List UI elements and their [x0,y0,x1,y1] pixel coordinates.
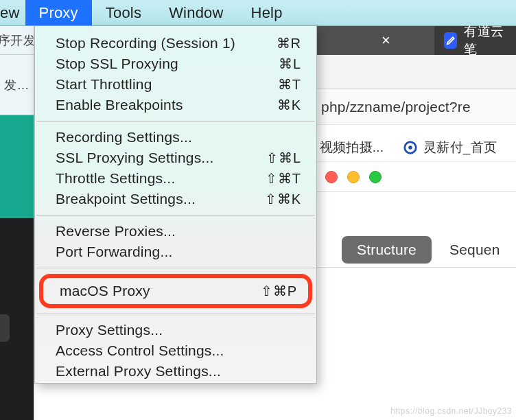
left-teal-block [0,115,34,218]
menu-item-proxy-settings[interactable]: Proxy Settings... [35,320,316,340]
left-sidebar: 序开发 发… [0,26,34,420]
left-mid-label: 发… [0,55,34,115]
bookmark-item[interactable]: 视频拍摄... [320,139,384,156]
menu-group: Recording Settings... SSL Proxying Setti… [35,127,316,209]
menu-item-enable-breakpoints[interactable]: Enable Breakpoints⌘K [35,95,316,115]
structure-bar: Structure Sequen [317,232,516,268]
browser-tab[interactable]: 有道云笔 [434,26,516,55]
menu-window[interactable]: Window [155,0,237,25]
menu-item-macos-proxy[interactable]: macOS Proxy⇧⌘P [43,281,308,301]
menu-item-reverse-proxies[interactable]: Reverse Proxies... [35,221,316,242]
menu-help[interactable]: Help [237,0,296,25]
menu-group: Stop Recording (Session 1)⌘R Stop SSL Pr… [35,26,316,115]
menu-item-throttle-settings[interactable]: Throttle Settings...⇧⌘T [35,168,316,189]
right-area: × 有道云笔 php/zzname/project?re 视频拍摄... 灵薪付… [317,26,516,420]
menu-view-partial[interactable]: ew [0,0,25,25]
menu-item-breakpoint-settings[interactable]: Breakpoint Settings...⇧⌘K [35,189,316,209]
menu-item-stop-ssl-proxying[interactable]: Stop SSL Proxying⌘L [35,54,316,74]
menubar: ew Proxy Tools Window Help [0,0,516,26]
watermark: https://blog.csdn.net/JJboy233 [390,406,512,416]
browser-toolbar [317,55,516,89]
menu-separator [36,121,315,121]
menu-proxy[interactable]: Proxy [25,0,92,25]
left-dark-stub [0,314,10,342]
menu-item-start-throttling[interactable]: Start Throttling⌘T [35,74,316,95]
zoom-window-icon[interactable] [369,171,382,183]
tab-sequence[interactable]: Sequen [449,242,500,258]
svg-point-1 [409,145,413,150]
menu-tools[interactable]: Tools [92,0,155,25]
note-icon [444,32,457,49]
menu-separator [36,268,315,268]
minimize-window-icon[interactable] [347,171,360,183]
menu-separator [36,215,315,215]
left-top-label: 序开发 [0,26,34,55]
bookmark-label: 灵薪付_首页 [423,139,497,156]
menu-item-external-proxy-settings[interactable]: External Proxy Settings... [35,361,316,382]
bookmark-item[interactable]: 灵薪付_首页 [403,139,497,156]
tab-label: 有道云笔 [464,23,506,58]
tab-structure[interactable]: Structure [342,236,432,264]
proxy-menu-dropdown: Stop Recording (Session 1)⌘R Stop SSL Pr… [34,26,317,384]
close-icon[interactable]: × [382,32,390,49]
bookmark-label: 视频拍摄... [320,139,384,156]
annotation-highlight: macOS Proxy⇧⌘P [39,274,312,308]
close-window-icon[interactable] [325,171,338,183]
browser-tab-strip: × 有道云笔 [317,26,516,55]
left-dark-block [0,218,34,420]
menu-item-ssl-proxying-settings[interactable]: SSL Proxying Settings...⇧⌘L [35,148,316,168]
menu-group: Reverse Proxies... Port Forwarding... [35,221,316,262]
menu-separator [36,314,315,314]
bookmarks-bar: 视频拍摄... 灵薪付_首页 [317,133,516,162]
menu-item-stop-recording[interactable]: Stop Recording (Session 1)⌘R [35,33,316,54]
target-icon [403,140,418,155]
address-bar[interactable]: php/zzname/project?re [317,89,516,125]
menu-group: Proxy Settings... Access Control Setting… [35,320,316,382]
window-traffic-lights [317,162,516,192]
menu-item-port-forwarding[interactable]: Port Forwarding... [35,242,316,262]
menu-item-recording-settings[interactable]: Recording Settings... [35,127,316,148]
menu-item-access-control-settings[interactable]: Access Control Settings... [35,340,316,361]
